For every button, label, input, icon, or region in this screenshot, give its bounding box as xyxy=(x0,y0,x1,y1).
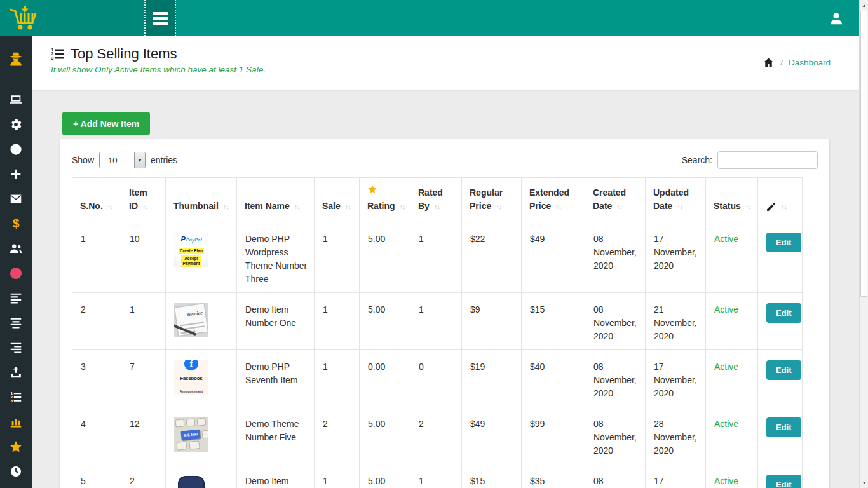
sort-icon: ↑↓ xyxy=(781,203,787,210)
cell-updated-date: 17 November, 2020 xyxy=(646,350,706,407)
edit-button[interactable]: Edit xyxy=(766,233,801,252)
sort-icon: ↑↓ xyxy=(345,203,351,210)
cell-regular-price: $19 xyxy=(462,350,522,407)
column-header-regular-price[interactable]: Regular Price↑↓ xyxy=(462,178,522,222)
content-header: 123 Top Selling Items It will show Only … xyxy=(32,36,859,90)
column-header-created-date[interactable]: Created Date↑↓ xyxy=(585,178,646,222)
sidebar-item-laptop-icon[interactable] xyxy=(0,87,32,112)
cell-action: Edit xyxy=(758,407,803,464)
cell-item-name: Demo Theme Number Five xyxy=(237,407,315,464)
sidebar-item-star-icon[interactable] xyxy=(0,434,32,459)
sidebar-item-align-left-icon[interactable] xyxy=(0,285,32,310)
column-header-status[interactable]: Status↑↓ xyxy=(706,178,758,222)
items-table-card: Show 10 ▼ entries Search: xyxy=(60,139,829,488)
facebook-thumb-text: Facebook xyxy=(180,372,202,385)
cell-thumbnail: fFacebookAnnouncement xyxy=(166,350,237,407)
column-header-thumbnail[interactable]: Thumbnail↑↓ xyxy=(166,178,237,222)
cell-extended-price: $49 xyxy=(522,222,585,293)
column-header-label: Updated Date xyxy=(653,187,689,211)
paypal-thumb-text: Create Plan xyxy=(179,248,204,254)
cell-rating: 5.00 xyxy=(360,293,410,350)
cell-created-date: 08 November, 2020 xyxy=(585,464,646,488)
cell-rated-by: 0 xyxy=(410,350,462,407)
search-input[interactable] xyxy=(717,151,818,169)
add-new-item-button[interactable]: + Add New Item xyxy=(62,112,150,135)
column-header-pencil[interactable]: ↑↓ xyxy=(758,178,803,222)
column-header-s-no-[interactable]: S.No.↑↓ xyxy=(72,178,121,222)
sidebar-item-upload-icon[interactable] xyxy=(0,360,32,384)
sidebar-item-chart-bar-icon[interactable] xyxy=(0,409,32,434)
content-body: + Add New Item Show 10 ▼ entries Search: xyxy=(32,90,859,488)
cell-extended-price: $15 xyxy=(522,293,585,350)
window-scrollbar[interactable]: ▲ ▼ xyxy=(859,0,868,488)
cell-rating: 5.00 xyxy=(360,407,410,464)
cell-action: Edit xyxy=(758,222,803,293)
edit-button[interactable]: Edit xyxy=(766,475,801,488)
sidebar-item-spy-icon[interactable] xyxy=(0,46,32,72)
cell-sno: 1 xyxy=(72,222,121,293)
page-title-text: Top Selling Items xyxy=(71,46,177,62)
cell-item-name: Demo Item Number One xyxy=(237,293,315,350)
sort-icon: ↑↓ xyxy=(107,203,113,210)
sidebar-item-align-center-icon[interactable] xyxy=(0,310,32,335)
sidebar-item-list-ol-icon[interactable]: 123 xyxy=(0,384,32,409)
sidebar-toggle-button[interactable] xyxy=(144,0,176,36)
column-header-label: Rating xyxy=(367,201,395,211)
user-icon xyxy=(828,10,844,27)
column-header-label: Extended Price xyxy=(529,187,569,211)
chevron-down-icon: ▼ xyxy=(134,152,145,168)
scrollbar-thumb[interactable] xyxy=(860,11,867,297)
column-header-label: Status xyxy=(714,201,741,211)
user-menu-button[interactable] xyxy=(813,0,859,36)
cell-extended-price: $40 xyxy=(522,350,585,407)
cell-item-id: 1 xyxy=(121,293,166,350)
column-header-rating[interactable]: Rating↑↓ xyxy=(360,178,410,222)
cell-rating: 0.00 xyxy=(360,350,410,407)
column-header-extended-price[interactable]: Extended Price↑↓ xyxy=(522,178,585,222)
sidebar-item-ban-icon[interactable] xyxy=(0,261,32,285)
sidebar-item-gear-icon[interactable] xyxy=(0,112,32,137)
cell-rated-by: 1 xyxy=(410,293,462,350)
sidebar-nav: $123 xyxy=(0,36,32,488)
sidebar-item-plus-icon[interactable] xyxy=(0,161,32,186)
column-header-rated-by[interactable]: Rated By↑↓ xyxy=(410,178,462,222)
edit-button[interactable]: Edit xyxy=(766,417,801,437)
column-header-updated-date[interactable]: Updated Date↑↓ xyxy=(646,178,706,222)
sidebar-item-align-right-icon[interactable] xyxy=(0,335,32,360)
paypal-thumb-text: AcceptPayment xyxy=(181,255,201,267)
email-key-label: ✉ E-Mail xyxy=(180,429,200,440)
sort-icon: ↑↓ xyxy=(294,203,300,210)
edit-button[interactable]: Edit xyxy=(766,360,801,380)
status-badge: Active xyxy=(706,407,758,464)
cell-sno: 2 xyxy=(72,293,121,350)
breadcrumb-separator: / xyxy=(780,58,783,67)
cell-sale: 1 xyxy=(315,350,360,407)
column-header-item-id[interactable]: Item ID↑↓ xyxy=(121,178,166,222)
sidebar-item-dollar-icon[interactable]: $ xyxy=(0,211,32,236)
cell-rated-by: 2 xyxy=(410,407,462,464)
home-icon[interactable] xyxy=(763,57,775,69)
cell-sale: 1 xyxy=(315,293,360,350)
sort-icon: ↑↓ xyxy=(496,203,501,210)
sidebar-item-users-icon[interactable] xyxy=(0,236,32,261)
app-logo[interactable] xyxy=(0,0,144,36)
top-selling-items-table: S.No.↑↓Item ID↑↓Thumbnail↑↓Item Name↑↓Sa… xyxy=(72,177,803,488)
column-header-item-name[interactable]: Item Name↑↓ xyxy=(237,178,315,222)
breadcrumb-link-dashboard[interactable]: Dashboard xyxy=(789,58,831,67)
entries-select[interactable]: 10 ▼ xyxy=(99,152,146,168)
sidebar-item-envelope-icon[interactable] xyxy=(0,186,32,211)
cell-rating: 5.00 xyxy=(360,464,410,488)
sidebar-item-globe-icon[interactable] xyxy=(0,137,32,161)
column-header-label: S.No. xyxy=(80,201,103,211)
sort-icon: ↑↓ xyxy=(677,203,682,210)
facebook-thumbnail: fFacebookAnnouncement xyxy=(174,360,208,395)
cell-rating: 5.00 xyxy=(360,222,410,293)
scrollbar-up-arrow-icon[interactable]: ▲ xyxy=(860,1,868,10)
sidebar-item-clock-icon[interactable] xyxy=(0,459,32,484)
column-header-sale[interactable]: Sale↑↓ xyxy=(315,178,360,222)
show-label: Show xyxy=(72,155,94,165)
scrollbar-down-arrow-icon[interactable]: ▼ xyxy=(860,478,868,487)
edit-button[interactable]: Edit xyxy=(766,303,801,323)
cell-item-id: 12 xyxy=(121,407,166,464)
cell-created-date: 08 November, 2020 xyxy=(585,407,646,464)
